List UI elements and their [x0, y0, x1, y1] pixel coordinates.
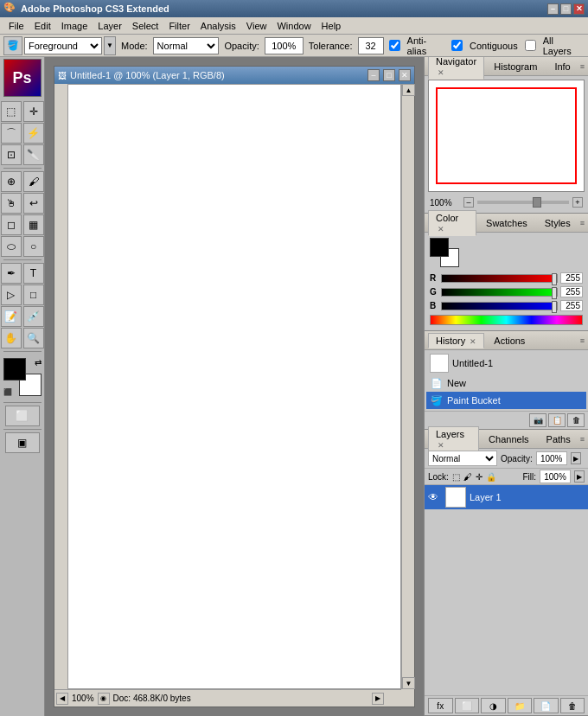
zoom-in-btn[interactable]: +: [572, 197, 583, 208]
layers-close-icon[interactable]: ✕: [438, 441, 444, 450]
menu-file[interactable]: File: [3, 20, 29, 32]
fill-input[interactable]: [540, 470, 571, 483]
history-item-new[interactable]: 📄 New: [426, 374, 586, 392]
color-close-icon[interactable]: ✕: [438, 225, 444, 233]
doc-minimize-btn[interactable]: –: [368, 69, 380, 81]
pen-tool[interactable]: ✒: [1, 263, 22, 284]
menu-filter[interactable]: Filter: [163, 20, 195, 32]
layer-visibility-icon[interactable]: 👁: [428, 491, 442, 503]
delete-layer-btn[interactable]: 🗑: [560, 698, 585, 713]
nav-zoom-handle[interactable]: [533, 197, 541, 208]
shape-tool[interactable]: □: [23, 284, 44, 305]
layer-item-1[interactable]: 👁 Layer 1: [425, 485, 588, 509]
reset-colors-icon[interactable]: ⬛: [3, 388, 12, 396]
layers-blend-mode[interactable]: Normal: [428, 451, 497, 466]
history-item-paint[interactable]: 🪣 Paint Bucket: [426, 392, 586, 409]
channel-b-slider[interactable]: [441, 302, 558, 310]
foreground-color[interactable]: [3, 358, 26, 380]
screen-mode-btn[interactable]: ▣: [5, 432, 40, 453]
wand-tool[interactable]: ⚡: [23, 123, 44, 144]
lock-transparent-icon[interactable]: ⬚: [452, 472, 460, 482]
clone-tool[interactable]: 🖱: [1, 193, 22, 214]
history-delete-btn[interactable]: 🗑: [567, 413, 585, 427]
menu-view[interactable]: View: [241, 20, 272, 32]
marquee-tool[interactable]: ⬚: [1, 101, 22, 122]
menu-image[interactable]: Image: [56, 20, 93, 32]
lock-position-icon[interactable]: ✛: [476, 472, 483, 482]
all-layers-checkbox[interactable]: [525, 40, 536, 51]
maximize-button[interactable]: □: [560, 3, 572, 15]
doc-maximize-btn[interactable]: □: [383, 69, 395, 81]
history-new-snapshot-btn[interactable]: 📷: [529, 413, 546, 427]
tab-info[interactable]: Info: [546, 59, 578, 74]
eyedropper-tool[interactable]: 💉: [23, 306, 44, 327]
opacity-input[interactable]: [265, 37, 304, 54]
hand-tool[interactable]: ✋: [1, 328, 22, 348]
tool-preset-arrow[interactable]: ▼: [104, 36, 116, 55]
history-create-layer-btn[interactable]: 📋: [548, 413, 566, 427]
contiguous-checkbox[interactable]: [451, 40, 463, 51]
zoom-tool[interactable]: 🔍: [23, 328, 44, 348]
tab-navigator[interactable]: Navigator ✕: [428, 57, 484, 80]
color-collapse-btn[interactable]: ≡: [580, 219, 585, 227]
doc-close-btn[interactable]: ✕: [399, 69, 411, 81]
eraser-tool[interactable]: ◻: [1, 214, 22, 235]
new-layer-btn[interactable]: 📄: [534, 698, 559, 713]
channel-r-input[interactable]: [560, 272, 583, 284]
scroll-down-btn[interactable]: ▼: [402, 677, 415, 689]
swap-colors-icon[interactable]: ⇄: [35, 358, 42, 368]
move-tool[interactable]: ✛: [23, 101, 44, 122]
nav-btn[interactable]: ◉: [98, 693, 110, 705]
minimize-button[interactable]: –: [547, 3, 559, 15]
scroll-right-btn[interactable]: ▶: [372, 693, 384, 705]
channel-r-slider[interactable]: [441, 274, 558, 283]
tab-color[interactable]: Color ✕: [428, 210, 476, 236]
mode-select[interactable]: Normal: [153, 37, 220, 54]
color-foreground-swatch[interactable]: [430, 238, 449, 257]
path-tool[interactable]: ▷: [1, 284, 22, 305]
navigator-collapse-btn[interactable]: ≡: [580, 62, 585, 71]
blur-tool[interactable]: ⬭: [1, 236, 22, 257]
lock-brush-icon[interactable]: 🖌: [463, 472, 472, 482]
lasso-tool[interactable]: ⌒: [1, 123, 22, 144]
menu-select[interactable]: Select: [127, 20, 164, 32]
tool-preset-select[interactable]: Foreground: [24, 37, 102, 54]
history-item-snapshot[interactable]: Untitled-1: [426, 352, 586, 374]
fill-arrow[interactable]: ▶: [574, 470, 585, 483]
color-spectrum[interactable]: [430, 315, 583, 325]
notes-tool[interactable]: 📝: [1, 306, 22, 327]
dodge-tool[interactable]: ○: [23, 236, 44, 257]
channel-g-slider[interactable]: [441, 288, 558, 297]
tab-paths[interactable]: Paths: [539, 432, 578, 447]
scroll-up-btn[interactable]: ▲: [402, 84, 415, 96]
slice-tool[interactable]: 🔪: [23, 144, 44, 165]
layer-mask-btn[interactable]: ⬜: [455, 698, 480, 713]
adjustment-btn[interactable]: ◑: [481, 698, 506, 713]
channel-r-handle[interactable]: [552, 273, 557, 285]
crop-tool[interactable]: ⊡: [1, 144, 22, 165]
layers-opacity-arrow[interactable]: ▶: [571, 452, 581, 464]
menu-layer[interactable]: Layer: [93, 20, 127, 32]
channel-g-input[interactable]: [560, 286, 583, 297]
doc-scrollbar-v[interactable]: ▲ ▼: [401, 84, 414, 689]
tab-swatches[interactable]: Swatches: [478, 215, 535, 231]
channel-g-handle[interactable]: [552, 287, 557, 299]
lock-all-icon[interactable]: 🔒: [486, 472, 496, 482]
close-button[interactable]: ✕: [573, 3, 585, 15]
tab-styles[interactable]: Styles: [537, 215, 578, 231]
layers-opacity-input[interactable]: [536, 451, 567, 465]
tolerance-input[interactable]: [358, 37, 384, 54]
navigator-close-icon[interactable]: ✕: [438, 68, 444, 77]
quickmask-btn[interactable]: ⬜: [5, 406, 40, 426]
anti-alias-checkbox[interactable]: [389, 40, 400, 51]
nav-zoom-slider[interactable]: [477, 201, 569, 204]
channel-b-handle[interactable]: [552, 301, 557, 313]
tab-histogram[interactable]: Histogram: [486, 59, 545, 74]
menu-window[interactable]: Window: [272, 20, 316, 32]
group-btn[interactable]: 📁: [508, 698, 533, 713]
tab-layers[interactable]: Layers ✕: [428, 426, 479, 452]
tool-preset-button[interactable]: 🪣: [3, 36, 22, 55]
zoom-out-btn[interactable]: –: [463, 197, 474, 208]
menu-analysis[interactable]: Analysis: [195, 20, 241, 32]
gradient-tool[interactable]: ▦: [23, 214, 44, 235]
